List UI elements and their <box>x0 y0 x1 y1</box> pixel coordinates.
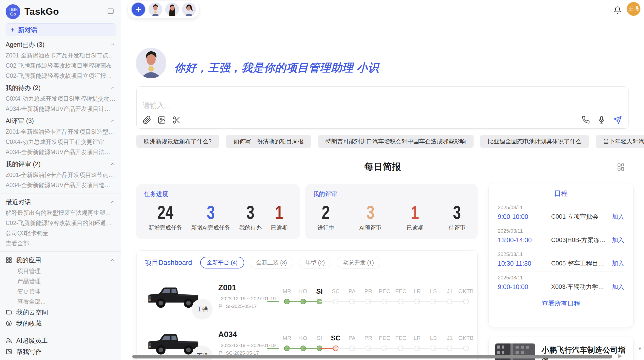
section-agent-done[interactable]: Agent已办 (3) <box>6 39 115 50</box>
my-review-title: 我的评审 <box>313 190 470 198</box>
recent-chat-item[interactable]: C02-飞腾新能源轻客改款项目的闭环通告反馈情况 <box>6 218 115 228</box>
filter-chip-platform[interactable]: 全新平台 (4) <box>200 257 244 268</box>
view-all-schedule-link[interactable]: 查看所有日程 <box>497 299 625 308</box>
event-time: 10:30-11:30 <box>498 260 541 267</box>
sidebar-item[interactable]: Z001-全新燃油轻卡产品开发项目SI节点属性5D文件评审 <box>6 170 115 180</box>
chevron-up-icon[interactable] <box>110 42 115 47</box>
sidebar-item[interactable]: A034-全新新能源MUV产品开发项目法规符合性评审 <box>6 147 115 157</box>
chevron-up-icon[interactable] <box>110 118 115 124</box>
filter-chip-powertrain[interactable]: 动总开发 (1) <box>337 257 380 268</box>
event-time: 9:00-10:00 <box>498 283 541 291</box>
milestone-strip: MR KO SI SC PA PR PEC FEC LR LS J1 OKTB <box>279 332 474 354</box>
project-dates: 2023-12-19 ~ 2027-01-19 <box>218 296 270 302</box>
new-session-button[interactable]: + <box>131 2 145 17</box>
chat-input[interactable] <box>143 101 524 110</box>
chevron-up-icon[interactable] <box>110 257 115 263</box>
section-my-review[interactable]: 我的评审 (2) <box>6 158 115 170</box>
suggestion-chip[interactable]: 如何写一份清晰的项目周报 <box>226 135 311 148</box>
project-dates: 2023-12-19 ~ 2026-01-19 <box>218 343 270 348</box>
suggestion-chip[interactable]: 当下年轻人对汽车外观有怎样的喜好趋势 <box>596 135 644 148</box>
project-name: Z001 <box>218 283 270 292</box>
flag-icon <box>218 304 223 309</box>
app-title: TaskGo <box>24 6 59 17</box>
suggestion-chip[interactable]: 特朗普可能对进口汽车增税会对中国车企造成哪些影响 <box>318 135 474 148</box>
sidebar-item-favorites[interactable]: 我的收藏 <box>6 318 115 329</box>
logo-text-top: Task <box>9 7 18 12</box>
phone-icon[interactable] <box>582 116 590 124</box>
scroll-right-arrow[interactable]: ▶ <box>618 353 622 359</box>
favorites-badge-icon <box>6 320 12 327</box>
sidebar-item[interactable]: C02-飞腾新能源轻客改款项目里程碑画布 <box>6 61 115 71</box>
chevron-up-icon[interactable] <box>110 199 115 205</box>
sidebar-item-help-write[interactable]: 帮我写作 <box>6 346 115 357</box>
new-chat-button[interactable]: + 新对话 <box>6 23 115 36</box>
section-ai-review[interactable]: AI评审 (3) <box>6 115 115 127</box>
user-name: 王强 <box>628 5 639 12</box>
avatar-female-2[interactable] <box>182 3 196 16</box>
app-header: Task Go TaskGo <box>6 4 115 20</box>
milestone-strip: MR KO SI SC PA PR PEC FEC LR LS J1 OKTB <box>279 286 474 307</box>
task-progress-title: 任务进度 <box>144 190 292 198</box>
filter-chip-upfit[interactable]: 全新上装 (3) <box>250 257 293 268</box>
dashboard-title: 项目Dashboard <box>145 258 192 267</box>
milestone-dot <box>463 346 469 351</box>
event-time: 9:00-10:00 <box>498 213 541 220</box>
horizontal-scrollbar[interactable] <box>132 355 612 358</box>
suggestion-chip[interactable]: 比亚迪全固态电池计划具体说了什么 <box>480 135 589 148</box>
view-all-apps[interactable]: 查看全部... <box>6 296 115 307</box>
app-item-project-mgmt[interactable]: 项目管理 <box>6 266 115 276</box>
chat-input-card <box>136 86 629 129</box>
sidebar-item[interactable]: C0X4-动力总成开发项目SI里程碑提交物检查 <box>6 94 115 104</box>
sidebar-item[interactable]: C0X4-动力总成开发项目工程变更评审 <box>6 137 115 147</box>
sidebar-item[interactable]: A034-全新新能源MUV产品开发项目造型可行性评审 <box>6 180 115 190</box>
divider <box>0 193 121 193</box>
send-icon[interactable] <box>613 116 622 124</box>
section-my-apps[interactable]: 我的应用 <box>6 254 115 266</box>
layout-grid-icon[interactable] <box>617 163 625 171</box>
view-all-chats[interactable]: 查看全部... <box>6 238 115 248</box>
app-item-product-mgmt[interactable]: 产品管理 <box>6 276 115 286</box>
schedule-event: 2025/03/11 9:00-10:00 C001-立项审批会 加入 <box>497 202 625 225</box>
sidebar-item-ai-staff[interactable]: AI超级员工 <box>6 335 115 346</box>
owner-badge: 王强 <box>192 299 213 320</box>
join-link[interactable]: 加入 <box>612 236 624 244</box>
recent-chat-item[interactable]: 公司Q3轻卡销量 <box>6 228 115 238</box>
avatar-female-1[interactable] <box>165 3 179 16</box>
sidebar: Task Go TaskGo + 新对话 Agent已办 (3) Z001-全新… <box>0 0 121 360</box>
join-link[interactable]: 加入 <box>612 259 624 267</box>
user-avatar[interactable]: 王强 <box>627 2 640 16</box>
project-row[interactable]: 王强 Z001 2023-12-19 ~ 2027-01-19 SI-2025-… <box>145 277 469 315</box>
event-time: 13:00-14:30 <box>498 236 541 244</box>
filter-chip-modelyear[interactable]: 年型 (2) <box>299 257 331 268</box>
sidebar-item[interactable]: Z001-全新燃油轻卡产品开发项目SI造型提交物评审 <box>6 127 115 137</box>
image-icon[interactable] <box>157 116 166 124</box>
section-my-todo[interactable]: 我的待办 (2) <box>6 82 115 94</box>
chevron-up-icon[interactable] <box>110 85 115 91</box>
sidebar-item-creative-draw[interactable]: 创意制图 <box>6 357 115 360</box>
recent-chat-item[interactable]: 解释最新出台的欧盟报废车法规再生塑料比例被调至15%... <box>6 208 115 218</box>
app-item-change-mgmt[interactable]: 变更管理 <box>6 286 115 296</box>
sidebar-item[interactable]: Z001-全新燃油皮卡产品开发项目SI节点Lesson Learn报告 <box>6 50 115 61</box>
scroll-down-indicator[interactable]: ▼ <box>638 346 642 351</box>
stat-overdue: 1 已逾期 <box>271 202 288 232</box>
sidebar-item[interactable]: C02-飞腾新能源轻客改款项目立项汇报方案 <box>6 71 115 81</box>
avatar-male[interactable] <box>149 3 162 16</box>
section-recent-chats[interactable]: 最近对话 <box>6 196 115 208</box>
scissors-icon[interactable] <box>172 116 181 124</box>
event-name: C005-整车工程目标评审 <box>541 259 608 267</box>
project-flag-date: SI-2025-05-17 <box>218 304 270 309</box>
join-link[interactable]: 加入 <box>612 283 624 291</box>
sidebar-item[interactable]: A034-全新新能源MUV产品开发项目计划变更表编写 <box>6 104 115 114</box>
notification-bell-icon[interactable] <box>613 6 622 14</box>
collapse-sidebar-icon[interactable] <box>107 8 114 15</box>
sidebar-item-cloud-space[interactable]: 我的云空间 <box>6 307 115 318</box>
mic-icon[interactable] <box>597 116 606 124</box>
chevron-up-icon[interactable] <box>110 161 115 167</box>
schedule-card: 日程 2025/03/11 9:00-10:00 C001-立项审批会 加入 2… <box>488 183 634 327</box>
join-link[interactable]: 加入 <box>612 213 624 221</box>
suggestion-chips: 欧洲新规最近颁布了什么? 如何写一份清晰的项目周报 特朗普可能对进口汽车增税会对… <box>136 135 644 148</box>
greeting-text: 你好，王强，我是你的项目管理助理 小识 <box>174 61 379 75</box>
attachment-icon[interactable] <box>143 116 151 124</box>
my-review-card: 我的评审 2 进行中 3 AI预评审 1 已逾期 3 待评审 <box>305 184 478 239</box>
suggestion-chip[interactable]: 欧洲新规最近颁布了什么? <box>136 135 219 148</box>
